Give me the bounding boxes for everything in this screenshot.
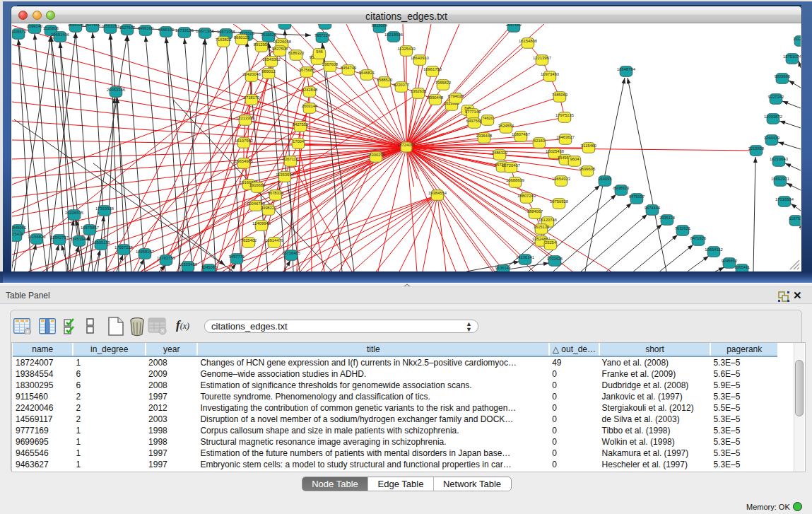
svg-text:2367608: 2367608 [322, 62, 339, 66]
svg-text:7957224: 7957224 [314, 33, 331, 37]
svg-text:1527602: 1527602 [85, 24, 101, 27]
svg-text:12505135: 12505135 [92, 240, 110, 245]
svg-text:1916682: 1916682 [249, 183, 266, 187]
svg-text:8912954: 8912954 [254, 42, 270, 47]
svg-text:9227342: 9227342 [768, 95, 784, 99]
svg-text:17016504: 17016504 [775, 197, 794, 201]
svg-text:9646821: 9646821 [359, 71, 375, 75]
svg-text:17975135: 17975135 [555, 113, 574, 117]
svg-text:2718170: 2718170 [244, 95, 260, 100]
svg-text:1112953: 1112953 [793, 37, 801, 41]
svg-text:1405572: 1405572 [12, 30, 26, 34]
svg-text:16782759: 16782759 [157, 256, 175, 260]
svg-text:3215958: 3215958 [748, 146, 765, 151]
svg-text:12942757: 12942757 [50, 235, 69, 240]
svg-text:11156829: 11156829 [28, 235, 46, 239]
svg-text:12409948: 12409948 [252, 221, 271, 226]
svg-text:1655328: 1655328 [68, 24, 84, 27]
svg-text:1065411: 1065411 [734, 265, 750, 269]
svg-text:17359928: 17359928 [95, 206, 114, 211]
svg-text:62160: 62160 [534, 139, 545, 143]
svg-text:1588520: 1588520 [377, 78, 393, 82]
svg-text:7515526: 7515526 [261, 33, 277, 37]
svg-text:16914479: 16914479 [265, 238, 283, 243]
svg-text:3675685: 3675685 [299, 68, 315, 72]
svg-text:16961758: 16961758 [423, 67, 442, 71]
svg-text:12213967: 12213967 [533, 56, 551, 60]
svg-text:19756928: 19756928 [550, 199, 568, 204]
svg-text:16543362: 16543362 [262, 57, 281, 62]
svg-text:16210643: 16210643 [770, 157, 788, 161]
svg-text:8427552: 8427552 [293, 122, 309, 127]
svg-text:9245652: 9245652 [722, 259, 738, 263]
svg-text:25254: 25254 [545, 240, 557, 245]
svg-text:8220377: 8220377 [394, 83, 410, 87]
svg-text:989012: 989012 [261, 69, 275, 74]
svg-text:8938923: 8938923 [613, 186, 630, 190]
svg-text:6497568: 6497568 [466, 119, 483, 123]
svg-text:9474444: 9474444 [645, 206, 661, 210]
svg-text:10025438: 10025438 [546, 149, 564, 153]
svg-text:10807487: 10807487 [512, 132, 530, 136]
svg-text:164095: 164095 [598, 177, 611, 181]
svg-text:2935114: 2935114 [659, 216, 676, 220]
svg-text:8471626: 8471626 [690, 236, 707, 240]
svg-text:7163822: 7163822 [216, 37, 232, 42]
svg-text:7632621: 7632621 [675, 226, 691, 230]
svg-text:8813054: 8813054 [372, 24, 388, 28]
svg-text:15751074: 15751074 [783, 54, 801, 59]
svg-text:18300295: 18300295 [367, 153, 385, 157]
svg-text:3498222: 3498222 [261, 206, 277, 210]
svg-text:16553287: 16553287 [101, 24, 119, 28]
svg-text:6479197: 6479197 [629, 194, 645, 199]
svg-text:9699695: 9699695 [579, 167, 596, 171]
svg-text:1526806: 1526806 [43, 26, 59, 30]
svg-text:10973493: 10973493 [541, 72, 559, 76]
svg-text:10719155: 10719155 [175, 28, 194, 33]
svg-text:22420046: 22420046 [242, 72, 261, 76]
svg-text:16120746: 16120746 [539, 218, 557, 222]
svg-text:19654923: 19654923 [552, 177, 570, 181]
svg-text:10654112: 10654112 [705, 247, 722, 252]
svg-text:18807249: 18807249 [517, 194, 536, 198]
svg-text:19654985: 19654985 [235, 159, 253, 163]
svg-text:12213309: 12213309 [236, 116, 254, 120]
svg-text:10671355: 10671355 [217, 30, 235, 34]
svg-text:18640910: 18640910 [411, 56, 429, 60]
svg-text:20053346: 20053346 [107, 88, 125, 92]
svg-text:19463627: 19463627 [556, 135, 575, 139]
svg-text:16107552: 16107552 [235, 139, 253, 143]
svg-text:1615132: 1615132 [534, 225, 550, 229]
svg-text:9827500: 9827500 [272, 47, 288, 51]
svg-text:1845061: 1845061 [12, 226, 26, 230]
svg-text:1527602: 1527602 [119, 25, 136, 30]
svg-text:10975857: 10975857 [81, 226, 99, 230]
svg-text:8454749: 8454749 [341, 66, 357, 70]
svg-text:19384554: 19384554 [428, 191, 447, 195]
svg-text:9245065: 9245065 [201, 265, 218, 269]
svg-text:6794028: 6794028 [448, 94, 464, 98]
svg-text:11325419: 11325419 [397, 47, 415, 51]
svg-text:10958157: 10958157 [136, 250, 154, 254]
svg-text:15692971: 15692971 [771, 177, 789, 181]
svg-text:8186323: 8186323 [288, 51, 305, 55]
svg-text:15716485: 15716485 [282, 251, 300, 255]
svg-text:1244419: 1244419 [764, 136, 780, 140]
svg-text:12323488: 12323488 [179, 262, 197, 267]
svg-text:10671355: 10671355 [196, 29, 214, 33]
svg-text:1486322: 1486322 [492, 151, 508, 155]
svg-text:20691406: 20691406 [51, 33, 69, 37]
svg-text:19218506: 19218506 [384, 33, 403, 37]
svg-text:9777149: 9777149 [465, 110, 481, 114]
svg-text:14136141: 14136141 [516, 255, 534, 259]
svg-text:116753: 116753 [789, 216, 801, 221]
svg-text:15720407: 15720407 [502, 163, 520, 168]
svg-text:7485063: 7485063 [552, 93, 568, 97]
svg-text:16154808: 16154808 [519, 39, 537, 43]
svg-text:74620: 74620 [482, 116, 493, 120]
svg-text:1733426: 1733426 [547, 257, 563, 261]
svg-text:2603144: 2603144 [302, 104, 318, 108]
svg-text:11353594: 11353594 [276, 173, 294, 177]
svg-text:9115460: 9115460 [581, 144, 596, 148]
svg-text:18724007: 18724007 [397, 143, 416, 147]
